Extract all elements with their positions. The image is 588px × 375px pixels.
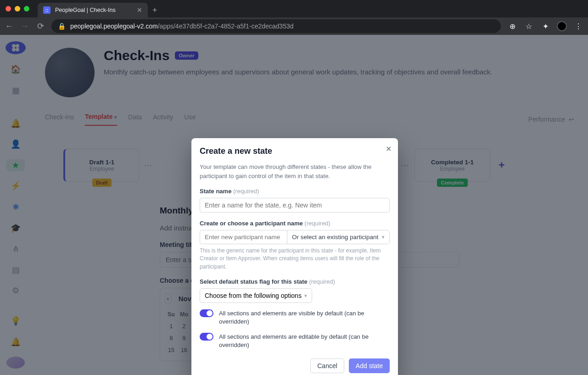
add-state-submit-button[interactable]: Add state xyxy=(349,358,390,373)
participant-help-text: This is the generic name for the partici… xyxy=(200,247,390,271)
modal-close-button[interactable]: ✕ xyxy=(386,145,392,153)
extensions-icon[interactable]: ✦ xyxy=(540,22,550,31)
browser-tab[interactable]: :: PeopleGoal | Check-Ins ✕ xyxy=(38,3,148,17)
visible-toggle-label: All sections and elements are visible by… xyxy=(219,309,390,326)
tab-title: PeopleGoal | Check-Ins xyxy=(55,7,116,13)
back-button[interactable]: ← xyxy=(5,22,14,31)
url-bar[interactable]: 🔒 peoplegoal.peoplegoal-v2.com/apps/4e37… xyxy=(51,19,501,33)
lock-icon: 🔒 xyxy=(58,22,66,30)
modal-description: Your template can move through different… xyxy=(200,162,390,180)
window-maximize-icon[interactable] xyxy=(24,6,29,11)
url-host: peoplegoal.peoplegoal-v2.com xyxy=(70,22,158,30)
status-flag-label: Select default status flag for this stat… xyxy=(200,278,335,285)
state-name-label: State name (required) xyxy=(200,188,259,195)
app-root: 🏠 ▦ 🔔 👤 ★ ⚡ ✱ 🎓 ⋔ ▤ ⚙ 💡 🔔 Check-Ins Owne… xyxy=(0,35,588,375)
create-state-modal: Create a new state ✕ Your template can m… xyxy=(191,138,398,375)
participant-name-input[interactable] xyxy=(200,230,287,244)
participant-select[interactable]: Or select an existing participant ▾ xyxy=(287,230,390,244)
profile-avatar-icon[interactable] xyxy=(557,21,567,31)
zoom-icon[interactable]: ⊕ xyxy=(507,22,517,31)
tab-close-icon[interactable]: ✕ xyxy=(137,6,142,14)
new-tab-button[interactable]: + xyxy=(148,6,162,15)
participant-label: Create or choose a participant name (req… xyxy=(200,220,330,227)
kebab-menu-icon[interactable]: ⋮ xyxy=(573,22,583,31)
chevron-down-icon: ▾ xyxy=(382,234,385,240)
modal-title: Create a new state xyxy=(200,146,390,156)
editable-toggle-label: All sections and elements are editable b… xyxy=(219,333,390,349)
tab-favicon-icon: :: xyxy=(43,6,50,14)
state-name-input[interactable] xyxy=(200,198,390,213)
window-close-icon[interactable] xyxy=(6,6,11,11)
window-minimize-icon[interactable] xyxy=(15,6,20,11)
status-flag-select[interactable]: Choose from the following options ▾ xyxy=(200,288,312,303)
forward-button[interactable]: → xyxy=(20,22,29,31)
cancel-button[interactable]: Cancel xyxy=(310,358,344,373)
editable-toggle[interactable] xyxy=(200,333,213,341)
star-icon[interactable]: ☆ xyxy=(524,22,534,31)
browser-toolbar: ← → ⟳ 🔒 peoplegoal.peoplegoal-v2.com/app… xyxy=(0,17,588,35)
browser-titlebar: :: PeopleGoal | Check-Ins ✕ + xyxy=(0,0,588,17)
url-path: /apps/4e37db5f-c2a7-4852-a5f1-ce2decad35… xyxy=(158,22,294,30)
reload-button[interactable]: ⟳ xyxy=(36,21,45,31)
chevron-down-icon: ▾ xyxy=(304,293,307,299)
visible-toggle[interactable] xyxy=(200,309,213,317)
